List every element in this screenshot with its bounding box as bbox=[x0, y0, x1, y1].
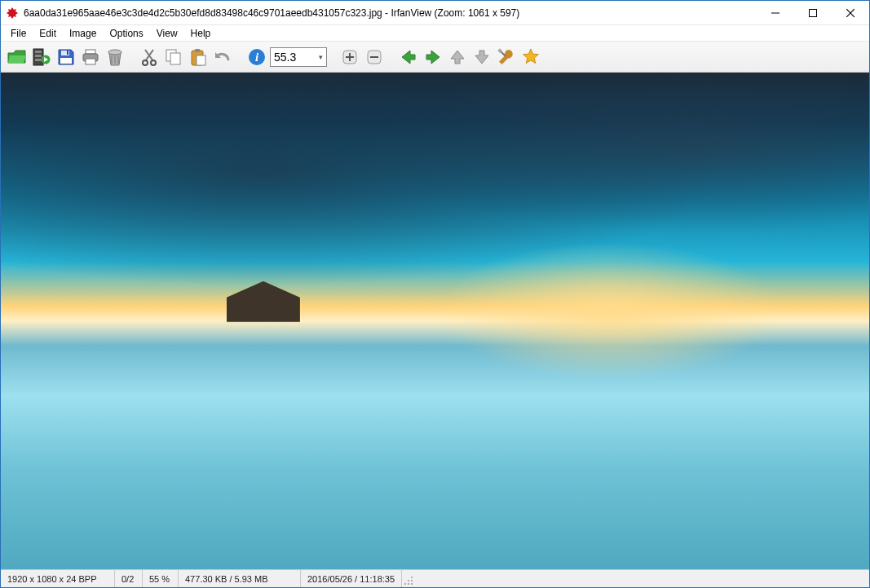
next-icon bbox=[425, 49, 441, 65]
close-button[interactable] bbox=[832, 1, 869, 24]
svg-rect-18 bbox=[195, 49, 200, 52]
info-button[interactable]: i bbox=[245, 46, 268, 69]
status-datetime: 2016/05/26 / 11:18:35 bbox=[301, 570, 402, 587]
cut-button[interactable] bbox=[138, 46, 161, 69]
up-button[interactable] bbox=[446, 46, 469, 69]
save-icon bbox=[57, 48, 75, 66]
next-button[interactable] bbox=[422, 46, 444, 69]
toolbar: i ▾ bbox=[1, 42, 869, 73]
svg-rect-0 bbox=[810, 9, 817, 16]
maximize-button[interactable] bbox=[794, 1, 832, 24]
window-title: 6aa0da31e965aae46e3c3de4d2c5b30efd8d8349… bbox=[24, 7, 757, 19]
menubar: File Edit Image Options View Help bbox=[1, 25, 869, 42]
favorite-button[interactable] bbox=[519, 46, 542, 69]
favorite-icon bbox=[522, 48, 540, 66]
resize-grip[interactable] bbox=[402, 570, 415, 587]
statusbar: 1920 x 1080 x 24 BPP 0/2 55 % 477.30 KB … bbox=[1, 569, 869, 587]
titlebar: 6aa0da31e965aae46e3c3de4d2c5b30efd8d8349… bbox=[1, 1, 869, 25]
undo-icon bbox=[214, 49, 232, 65]
svg-rect-4 bbox=[35, 59, 42, 61]
status-index: 0/2 bbox=[115, 570, 143, 587]
status-dimensions: 1920 x 1080 x 24 BPP bbox=[1, 570, 115, 587]
down-icon bbox=[474, 49, 490, 65]
image-viewport[interactable] bbox=[1, 73, 869, 569]
save-button[interactable] bbox=[55, 46, 77, 69]
svg-point-13 bbox=[143, 60, 148, 65]
zoom-out-button[interactable] bbox=[363, 46, 386, 69]
down-button[interactable] bbox=[470, 46, 493, 69]
copy-button[interactable] bbox=[162, 46, 185, 69]
open-icon bbox=[7, 49, 27, 65]
paste-icon bbox=[189, 48, 207, 66]
slideshow-icon bbox=[33, 48, 51, 66]
svg-point-14 bbox=[151, 60, 156, 65]
up-icon bbox=[449, 49, 466, 65]
svg-rect-8 bbox=[67, 51, 68, 55]
tools-button[interactable] bbox=[495, 46, 518, 69]
copy-icon bbox=[165, 48, 183, 66]
zoom-out-icon bbox=[366, 49, 382, 65]
tools-icon bbox=[497, 48, 515, 66]
svg-point-30 bbox=[411, 583, 413, 585]
menu-edit[interactable]: Edit bbox=[33, 26, 63, 41]
paste-button[interactable] bbox=[187, 46, 210, 69]
svg-rect-9 bbox=[86, 50, 95, 54]
window-controls bbox=[757, 1, 869, 24]
menu-options[interactable]: Options bbox=[103, 26, 149, 41]
menu-image[interactable]: Image bbox=[63, 26, 103, 41]
svg-rect-7 bbox=[60, 58, 72, 64]
minimize-button[interactable] bbox=[757, 1, 794, 24]
print-icon bbox=[82, 48, 99, 66]
chevron-down-icon[interactable]: ▾ bbox=[319, 53, 323, 61]
svg-point-27 bbox=[411, 580, 413, 581]
zoom-in-button[interactable] bbox=[338, 46, 361, 69]
displayed-image bbox=[1, 73, 869, 569]
svg-rect-2 bbox=[35, 51, 42, 53]
open-button[interactable] bbox=[6, 46, 29, 69]
print-button[interactable] bbox=[79, 46, 102, 69]
menu-view[interactable]: View bbox=[150, 26, 184, 41]
prev-button[interactable] bbox=[397, 46, 420, 69]
undo-button[interactable] bbox=[211, 46, 234, 69]
zoom-input[interactable] bbox=[274, 51, 310, 64]
svg-point-28 bbox=[404, 583, 406, 585]
status-filesize: 477.30 KB / 5.93 MB bbox=[179, 570, 301, 587]
svg-point-29 bbox=[408, 583, 409, 585]
status-zoom: 55 % bbox=[143, 570, 179, 587]
slideshow-button[interactable] bbox=[30, 46, 53, 69]
svg-rect-11 bbox=[86, 59, 95, 64]
delete-icon bbox=[107, 48, 123, 66]
svg-point-12 bbox=[108, 50, 121, 55]
svg-rect-16 bbox=[170, 53, 180, 64]
prev-icon bbox=[400, 49, 417, 65]
menu-help[interactable]: Help bbox=[184, 26, 218, 41]
cut-icon bbox=[141, 48, 157, 66]
svg-rect-19 bbox=[197, 55, 205, 65]
svg-point-25 bbox=[411, 577, 413, 578]
delete-button[interactable] bbox=[104, 46, 126, 69]
svg-point-26 bbox=[408, 580, 409, 581]
zoom-in-icon bbox=[342, 49, 358, 65]
info-icon: i bbox=[248, 48, 266, 66]
zoom-field[interactable]: ▾ bbox=[270, 47, 327, 67]
app-icon bbox=[6, 7, 19, 20]
svg-rect-3 bbox=[35, 55, 42, 57]
menu-file[interactable]: File bbox=[4, 26, 33, 41]
